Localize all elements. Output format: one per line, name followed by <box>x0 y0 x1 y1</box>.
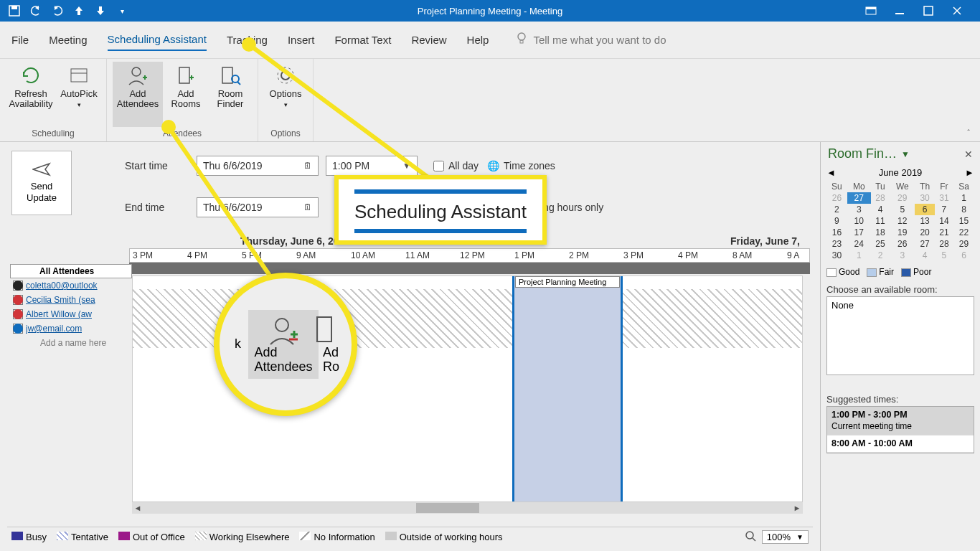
add-attendee-hint[interactable]: Add a name here <box>10 336 132 350</box>
chevron-down-icon[interactable]: ▼ <box>796 533 804 541</box>
attendee-name[interactable]: Cecilia Smith (sea <box>26 295 95 305</box>
start-date-value: Thu 6/6/2019 <box>203 160 263 171</box>
svg-line-24 <box>753 538 755 541</box>
attendee-name[interactable]: coletta00@outlook <box>26 281 98 291</box>
add-attendee-icon <box>127 65 149 86</box>
tab-insert[interactable]: Insert <box>288 29 315 50</box>
add-rooms-label: Add Rooms <box>171 89 200 110</box>
room-finder-label: Room Finder <box>217 89 244 110</box>
calendar-icon[interactable]: 🗓 <box>303 161 312 171</box>
undo-icon[interactable] <box>30 5 42 17</box>
tab-file[interactable]: File <box>11 29 29 50</box>
legend-no-info: No Information <box>314 532 374 542</box>
prev-month-icon[interactable]: ◄ <box>826 167 836 178</box>
add-attendees-button[interactable]: Add Attendees <box>113 62 163 127</box>
zoom-value: 100% <box>767 532 791 542</box>
add-room-icon <box>316 314 347 346</box>
start-time-input[interactable]: 1:00 PM ▼ <box>326 156 418 176</box>
svg-rect-3 <box>866 7 876 9</box>
attendee-row[interactable]: ✓coletta00@outlook <box>10 278 132 293</box>
send-update-label: Send Update <box>27 181 57 203</box>
meeting-block[interactable]: Project Planning Meeting <box>514 276 621 501</box>
end-time-label: End time <box>125 202 197 213</box>
autopick-button[interactable]: AutoPick ▾ <box>57 62 100 127</box>
scroll-left-icon[interactable]: ◄ <box>132 504 143 512</box>
time-zones-button[interactable]: 🌐 Time zones <box>487 160 555 171</box>
callout-add-attendees: k Add Attendees Ad Ro <box>214 273 357 416</box>
day-2-label: Friday, June 7, <box>730 235 800 247</box>
refresh-icon <box>20 65 42 86</box>
svg-rect-18 <box>222 67 232 83</box>
zoom-control[interactable]: 100%▼ <box>745 530 809 544</box>
scrollbar-thumb[interactable] <box>416 503 479 513</box>
save-icon[interactable] <box>9 5 20 17</box>
ribbon-tabs: File Meeting Scheduling Assistant Tracki… <box>0 22 980 59</box>
calendar-icon[interactable]: 🗓 <box>303 202 312 212</box>
hour-label: 9 A <box>787 250 799 260</box>
attendees-header: All Attendees <box>10 264 132 278</box>
chevron-down-icon[interactable]: ▼ <box>901 149 910 159</box>
hour-label: 10 AM <box>351 250 375 260</box>
tab-format-text[interactable]: Format Text <box>334 29 391 50</box>
tab-review[interactable]: Review <box>411 29 446 50</box>
add-attendee-icon <box>268 314 299 346</box>
options-label: Options <box>270 89 302 99</box>
svg-point-12 <box>132 67 141 76</box>
svg-point-23 <box>746 532 753 539</box>
attendee-name[interactable]: Albert Willow (aw <box>26 309 92 319</box>
add-room-icon <box>175 65 197 86</box>
horizontal-scrollbar[interactable]: ◄ ► <box>132 502 803 514</box>
mini-calendar[interactable]: ◄ June 2019 ► SuMoTuWeThFrSa 26272829303… <box>821 166 980 263</box>
attendee-name[interactable]: jw@email.com <box>26 324 82 334</box>
minimize-icon[interactable] <box>894 5 905 17</box>
redo-icon[interactable] <box>52 5 63 17</box>
options-button[interactable]: Options ▾ <box>264 62 307 127</box>
qat-dropdown-icon[interactable]: ▾ <box>116 5 128 17</box>
tab-help[interactable]: Help <box>467 29 489 50</box>
tell-me-label: Tell me what you want to do <box>533 34 666 46</box>
organizer-icon <box>13 281 23 291</box>
ribbon-display-icon[interactable] <box>865 5 877 17</box>
send-update-button[interactable]: Send Update <box>11 151 72 215</box>
scroll-right-icon[interactable]: ► <box>791 504 803 512</box>
attendee-row[interactable]: ✓Cecilia Smith (sea <box>10 293 132 307</box>
tell-me-search[interactable]: Tell me what you want to do <box>516 32 666 48</box>
choose-room-label: Choose an available room: <box>821 281 980 296</box>
arrow-down-icon[interactable] <box>95 5 106 17</box>
svg-rect-10 <box>71 69 87 82</box>
chevron-down-icon[interactable]: ▼ <box>402 161 411 171</box>
end-date-input[interactable]: Thu 6/6/2019 🗓 <box>197 197 319 217</box>
maximize-icon[interactable] <box>923 5 934 17</box>
legend-ooo: Out of Office <box>133 532 185 542</box>
send-icon <box>32 162 51 176</box>
callout-dot <box>242 37 256 52</box>
end-date-value: Thu 6/6/2019 <box>203 202 263 213</box>
close-pane-icon[interactable]: ✕ <box>964 149 973 160</box>
arrow-up-icon[interactable] <box>73 5 85 17</box>
search-icon <box>745 530 756 544</box>
svg-rect-5 <box>924 6 933 15</box>
collapse-ribbon-icon[interactable]: ˆ <box>967 128 970 137</box>
group-options-label: Options <box>264 127 307 140</box>
add-rooms-button[interactable]: Add Rooms <box>164 62 207 127</box>
all-day-checkbox[interactable]: All day <box>433 160 479 171</box>
attendee-row[interactable]: ✓Albert Willow (aw <box>10 307 132 321</box>
all-day-label: All day <box>448 160 479 171</box>
legend-busy: Busy <box>26 532 47 542</box>
next-month-icon[interactable]: ► <box>965 167 974 178</box>
start-date-input[interactable]: Thu 6/6/2019 🗓 <box>197 156 319 176</box>
close-icon[interactable] <box>951 5 963 17</box>
svg-line-20 <box>237 82 240 85</box>
title-bar: ▾ Project Planning Meeting - Meeting <box>0 0 980 22</box>
tab-scheduling-assistant[interactable]: Scheduling Assistant <box>108 29 207 51</box>
suggested-time[interactable]: 8:00 AM - 10:00 AM <box>827 435 974 453</box>
hour-label: 3 PM <box>623 250 644 260</box>
suggested-time[interactable]: 1:00 PM - 3:00 PMCurrent meeting time <box>827 407 974 435</box>
attendee-row[interactable]: ✓jw@email.com <box>10 321 132 336</box>
room-list[interactable]: None <box>826 296 974 375</box>
svg-point-21 <box>281 71 290 80</box>
room-finder-button[interactable]: Room Finder <box>209 62 252 127</box>
hour-label: 4 PM <box>678 250 698 260</box>
refresh-availability-button[interactable]: Refresh Availability <box>6 62 56 127</box>
tab-meeting[interactable]: Meeting <box>49 29 87 50</box>
